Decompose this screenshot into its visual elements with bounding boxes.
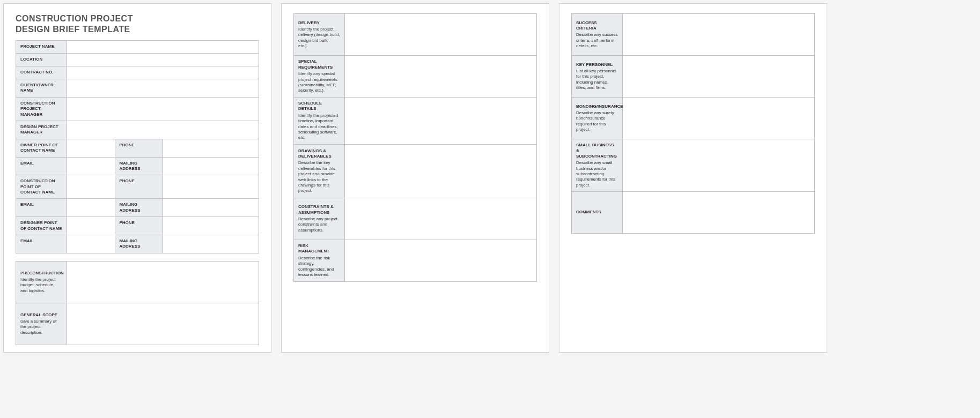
label-client-owner: CLIENT/OWNER NAME (20, 83, 62, 94)
page-2: DELIVERY Identify the project delivery (… (281, 3, 549, 353)
input-preconstruction[interactable] (67, 261, 259, 303)
input-bonding[interactable] (623, 98, 815, 139)
row-constraints: CONSTRAINTS & ASSUMPTIONS Describe any p… (294, 198, 537, 240)
title-line-1: CONSTRUCTION PROJECT (16, 14, 133, 23)
desc-general-scope: Give a summary of the project descriptio… (20, 319, 62, 335)
row-owner-email: EMAIL MAILING ADDRESS (16, 157, 259, 175)
input-owner-email[interactable] (67, 157, 115, 175)
desc-schedule: Identify the projected timeline, importa… (298, 113, 340, 141)
row-contract-no: CONTRACT NO. (16, 66, 259, 79)
input-success[interactable] (623, 14, 815, 56)
input-owner-mailing[interactable] (163, 157, 259, 175)
input-location[interactable] (67, 54, 259, 66)
document-wrap: CONSTRUCTION PROJECT DESIGN BRIEF TEMPLA… (3, 3, 977, 353)
input-comments[interactable] (623, 192, 815, 234)
desc-drawings: Describe the key deliverables for this p… (298, 160, 340, 193)
hdr-personnel: KEY PERSONNEL (576, 62, 618, 68)
label-location: LOCATION (20, 57, 62, 62)
title-line-2: DESIGN BRIEF TEMPLATE (16, 25, 130, 34)
hdr-bonding: BONDING/INSURANCE (576, 104, 618, 109)
row-designer-email: EMAIL MAILING ADDRESS (16, 235, 259, 253)
label-project-name: PROJECT NAME (20, 44, 62, 49)
section-table-p1: PRECONSTRUCTION Identify the project bud… (16, 261, 259, 345)
input-general-scope[interactable] (67, 303, 259, 345)
row-special-req: SPECIAL REQUIREMENTS Identify any specia… (294, 56, 537, 98)
label-cpm: CONSTRUCTION PROJECT MANAGER (20, 101, 62, 117)
input-client-owner[interactable] (67, 79, 259, 98)
row-location: LOCATION (16, 54, 259, 66)
row-delivery: DELIVERY Identify the project delivery (… (294, 14, 537, 56)
hdr-comments: COMMENTS (576, 210, 618, 215)
input-risk[interactable] (345, 240, 537, 281)
input-schedule[interactable] (345, 98, 537, 145)
row-client-owner: CLIENT/OWNER NAME (16, 79, 259, 98)
row-risk: RISK MANAGEMENT Describe the risk strate… (294, 240, 537, 281)
input-designer-poc-name[interactable] (67, 217, 115, 235)
section-table-p2: DELIVERY Identify the project delivery (… (293, 13, 537, 282)
desc-personnel: List all key personnel for this project,… (576, 69, 618, 91)
label-email-2: EMAIL (20, 202, 62, 207)
row-cpm: CONSTRUCTION PROJECT MANAGER (16, 97, 259, 121)
hdr-small-biz: SMALL BUSINESS & SUBCONTRACTING (576, 143, 618, 159)
page-1: CONSTRUCTION PROJECT DESIGN BRIEF TEMPLA… (3, 3, 271, 353)
row-personnel: KEY PERSONNEL List all key personnel for… (572, 56, 815, 98)
input-delivery[interactable] (345, 14, 537, 56)
input-construction-mailing[interactable] (163, 199, 259, 217)
info-table: PROJECT NAME LOCATION CONTRACT NO. CLIEN… (16, 40, 259, 253)
page-3: SUCCESS CRITERIA Describe any success cr… (559, 3, 827, 353)
desc-success: Describe any success criteria, self-perf… (576, 32, 618, 49)
input-contract-no[interactable] (67, 66, 259, 79)
input-dpm[interactable] (67, 121, 259, 139)
input-construction-poc-name[interactable] (67, 175, 115, 199)
input-cpm[interactable] (67, 97, 259, 121)
input-special-req[interactable] (345, 56, 537, 98)
row-construction-email: EMAIL MAILING ADDRESS (16, 199, 259, 217)
desc-constraints: Describe any project constraints and ass… (298, 217, 340, 233)
label-phone-2: PHONE (120, 178, 159, 184)
input-owner-phone[interactable] (163, 139, 259, 157)
desc-special-req: Identify any special project requirement… (298, 71, 340, 94)
label-owner-poc: OWNER POINT OF CONTACT NAME (20, 143, 62, 154)
input-project-name[interactable] (67, 41, 259, 54)
row-project-name: PROJECT NAME (16, 41, 259, 54)
hdr-drawings: DRAWINGS & DELIVERABLES (298, 148, 340, 160)
hdr-special-req: SPECIAL REQUIREMENTS (298, 59, 340, 70)
input-construction-phone[interactable] (163, 175, 259, 199)
input-small-biz[interactable] (623, 139, 815, 192)
desc-preconstruction: Identify the project budget, schedule, a… (20, 277, 62, 294)
input-construction-email[interactable] (67, 199, 115, 217)
input-drawings[interactable] (345, 144, 537, 198)
input-designer-mailing[interactable] (163, 235, 259, 253)
row-drawings: DRAWINGS & DELIVERABLES Describe the key… (294, 144, 537, 198)
desc-bonding: Describe any surety bond/insurance requi… (576, 110, 618, 133)
hdr-success: SUCCESS CRITERIA (576, 20, 618, 32)
row-preconstruction: PRECONSTRUCTION Identify the project bud… (16, 261, 259, 303)
input-personnel[interactable] (623, 56, 815, 98)
section-table-p3: SUCCESS CRITERIA Describe any success cr… (571, 13, 815, 234)
row-success: SUCCESS CRITERIA Describe any success cr… (572, 14, 815, 56)
row-owner-poc: OWNER POINT OF CONTACT NAME PHONE (16, 139, 259, 157)
row-schedule: SCHEDULE DETAILS Identify the projected … (294, 98, 537, 145)
label-construction-poc: CONSTRUCTION POINT OF CONTACT NAME (20, 178, 62, 195)
hdr-general-scope: GENERAL SCOPE (20, 312, 62, 318)
label-mailing-1: MAILING ADDRESS (120, 161, 159, 172)
label-email-3: EMAIL (20, 238, 62, 244)
label-phone-3: PHONE (120, 220, 159, 226)
label-phone-1: PHONE (120, 143, 159, 148)
hdr-constraints: CONSTRAINTS & ASSUMPTIONS (298, 204, 340, 215)
input-designer-email[interactable] (67, 235, 115, 253)
row-designer-poc: DESIGNER POINT OF CONTACT NAME PHONE (16, 217, 259, 235)
row-dpm: DESIGN PROJECT MANAGER (16, 121, 259, 139)
label-email-1: EMAIL (20, 161, 62, 166)
label-designer-poc: DESIGNER POINT OF CONTACT NAME (20, 220, 62, 232)
input-owner-poc-name[interactable] (67, 139, 115, 157)
label-dpm: DESIGN PROJECT MANAGER (20, 124, 62, 136)
hdr-risk: RISK MANAGEMENT (298, 243, 340, 255)
desc-risk: Describe the risk strategy, contingencie… (298, 256, 340, 278)
hdr-delivery: DELIVERY (298, 20, 340, 26)
document-title: CONSTRUCTION PROJECT DESIGN BRIEF TEMPLA… (16, 13, 259, 35)
desc-delivery: Identify the project delivery (design-bu… (298, 27, 340, 49)
input-constraints[interactable] (345, 198, 537, 240)
row-general-scope: GENERAL SCOPE Give a summary of the proj… (16, 303, 259, 345)
input-designer-phone[interactable] (163, 217, 259, 235)
